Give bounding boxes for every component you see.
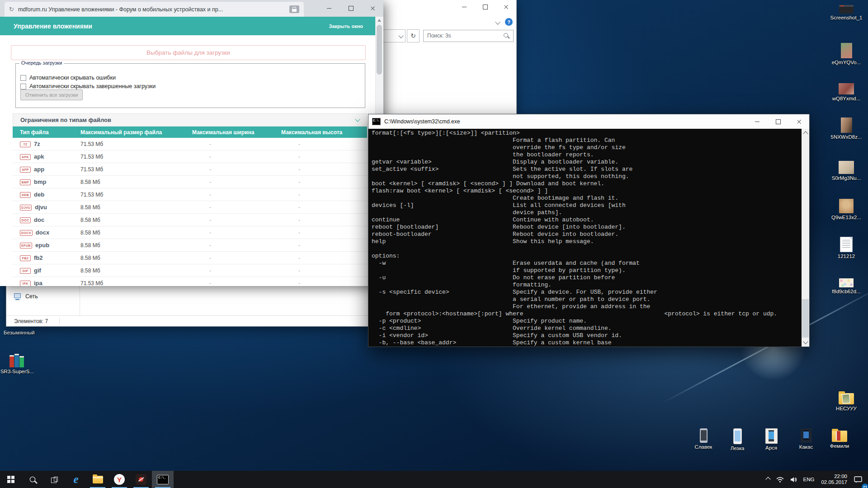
desktop-icon-label-unnamed[interactable]: Безымянный — [4, 330, 35, 335]
phone-photo-icon — [700, 428, 708, 443]
help-button[interactable]: ? — [505, 18, 513, 26]
windows-logo-icon — [7, 476, 14, 483]
close-button[interactable] — [495, 0, 516, 14]
start-button[interactable] — [0, 471, 22, 488]
desktop-icon-archive[interactable]: SR3-SuperS... — [1, 355, 33, 374]
task-view-button[interactable] — [43, 471, 65, 488]
items-count-status: Элементов: 7 — [14, 318, 48, 324]
scroll-up-icon[interactable] — [803, 131, 808, 136]
desktop-icon-photo[interactable]: eQmYQVo... — [830, 43, 863, 65]
desktop-icon-screenshot[interactable]: Screenshot_1 — [830, 5, 863, 20]
taskbar-app-button[interactable] — [130, 471, 152, 488]
document-icon — [840, 237, 853, 252]
chevron-down-icon[interactable] — [495, 19, 500, 24]
console-area[interactable]: format[:[<fs type>][:[<size>]] <partitio… — [368, 129, 802, 347]
column-header: Максимальный размер файла — [80, 127, 192, 138]
tree-item-network[interactable]: Сеть — [14, 291, 38, 302]
scrollbar-thumb[interactable] — [802, 299, 809, 338]
file-ext-badge-icon: DJVU — [20, 205, 32, 211]
folder-icon — [93, 476, 103, 483]
close-icon — [504, 5, 509, 9]
maximize-button[interactable] — [340, 0, 362, 17]
minimize-button[interactable] — [454, 0, 475, 14]
column-header: Максимальная ширина — [192, 127, 281, 138]
search-icon — [504, 33, 508, 38]
desktop-icon-photo[interactable]: Q9wE13x2... — [830, 199, 863, 220]
maximize-button[interactable] — [475, 0, 495, 14]
taskbar: ENG 22:00 02.05.2017 21 — [0, 471, 868, 488]
close-modal-link[interactable]: Закрыть окно — [329, 23, 363, 29]
desktop-icon-photo[interactable]: S0rMg3Nu... — [830, 161, 863, 181]
cancel-all-button[interactable]: Отменить все загрузки — [20, 89, 83, 100]
desktop-icon-phone[interactable]: Славек — [687, 428, 720, 450]
desktop: Screenshot_1 eQmYQVo... wQ8Yxmd... 5NXWx… — [0, 0, 868, 488]
show-hidden-icons-button[interactable] — [763, 471, 773, 488]
limits-section-header[interactable]: Ограничения по типам файлов — [13, 113, 367, 127]
desktop-icon-text-file[interactable]: 121212 — [830, 237, 863, 259]
table-row: 7Z7z 71.53 Мб - - — [13, 138, 367, 150]
hide-errors-checkbox[interactable] — [20, 75, 26, 81]
minimize-icon — [462, 7, 467, 7]
table-row: GIFgif 8.58 Мб - - — [13, 264, 367, 277]
scroll-up-icon[interactable] — [377, 19, 381, 22]
file-ext-badge-icon: IPA — [20, 281, 31, 286]
table-row: IPAipa 71.53 Мб - - — [13, 277, 367, 286]
minimize-button[interactable] — [318, 0, 340, 17]
address-combo[interactable] — [382, 29, 406, 42]
file-types-table: Тип файла Максимальный размер файла Макс… — [13, 127, 367, 286]
volume-tray-button[interactable] — [787, 471, 800, 488]
scroll-down-icon[interactable] — [803, 339, 808, 344]
desktop-icon-phone[interactable]: Лезка — [721, 428, 754, 451]
edge-icon — [73, 473, 78, 486]
folder-icon — [839, 393, 854, 404]
desktop-icon-image[interactable]: f8d9cb62d... — [830, 278, 863, 294]
table-row: APPapp 71.53 Мб - - — [13, 163, 367, 176]
language-indicator[interactable]: ENG — [800, 471, 818, 488]
cmd-window: C:\Windows\system32\cmd.exe format[:[<fs… — [368, 114, 810, 347]
desktop-icon-phone-box[interactable]: Арся — [755, 428, 788, 450]
maximize-button[interactable] — [768, 114, 788, 129]
cmd-icon — [157, 475, 169, 484]
cmd-icon — [372, 118, 381, 125]
desktop-icon-folder[interactable]: НЕСУУУ — [830, 391, 863, 411]
taskbar-yandex-browser-button[interactable] — [108, 471, 130, 488]
modal-header: Управление вложениями Закрыть окно — [0, 17, 376, 35]
choose-files-button[interactable]: Выбрать файлы для загрузки — [11, 45, 366, 60]
chevron-down-icon — [398, 33, 403, 38]
table-row: DJVUdjvu 8.58 Мб - - — [13, 201, 367, 214]
desktop-icon-folder[interactable]: Фемили — [823, 428, 856, 449]
desktop-icon-photo[interactable]: wQ8Yxmd... — [830, 83, 863, 101]
browser-tab[interactable]: mdforum.ru Управление вложениями - Форум… — [5, 2, 304, 17]
desktop-icon-photo[interactable]: 5NXWxD8z... — [830, 117, 863, 140]
taskbar-clock[interactable]: 22:00 02.05.2017 — [817, 474, 851, 485]
taskbar-edge-button[interactable] — [65, 471, 87, 488]
system-tray: ENG 22:00 02.05.2017 21 — [763, 471, 868, 488]
cmd-titlebar[interactable]: C:\Windows\system32\cmd.exe — [368, 114, 809, 129]
table-row: DOCXdocx 8.58 Мб - - — [13, 226, 367, 239]
task-view-icon — [51, 477, 58, 483]
taskbar-file-explorer-button[interactable] — [87, 471, 108, 488]
taskbar-cmd-button[interactable] — [152, 471, 174, 488]
lock-icon[interactable] — [289, 5, 299, 13]
screenshot-thumbnail-icon — [839, 5, 854, 14]
checkbox-label[interactable]: Автоматически скрывать ошибки — [29, 75, 116, 81]
wifi-tray-button[interactable] — [773, 471, 787, 488]
close-button[interactable] — [788, 114, 809, 129]
desktop-icon-phone-box[interactable]: Какас — [790, 428, 822, 450]
scrollbar[interactable] — [802, 129, 809, 347]
scrollbar-thumb[interactable] — [377, 25, 382, 75]
fieldset-legend: Очередь загрузки — [19, 60, 64, 66]
checkbox-label[interactable]: Автоматически скрывать завершенные загру… — [29, 83, 156, 89]
search-input[interactable] — [423, 30, 514, 42]
refresh-button[interactable] — [407, 29, 420, 42]
hide-completed-checkbox[interactable] — [20, 84, 26, 89]
minimize-button[interactable] — [747, 114, 768, 129]
file-ext-badge-icon: 7Z — [20, 141, 31, 147]
archive-books-icon — [9, 355, 26, 367]
taskbar-search-button[interactable] — [22, 471, 43, 488]
date: 02.05.2017 — [821, 479, 847, 485]
maximize-icon — [776, 119, 781, 124]
table-row: DOCdoc 8.58 Мб - - — [13, 214, 367, 226]
close-button[interactable] — [362, 0, 383, 17]
action-center-button[interactable]: 21 — [851, 471, 865, 488]
